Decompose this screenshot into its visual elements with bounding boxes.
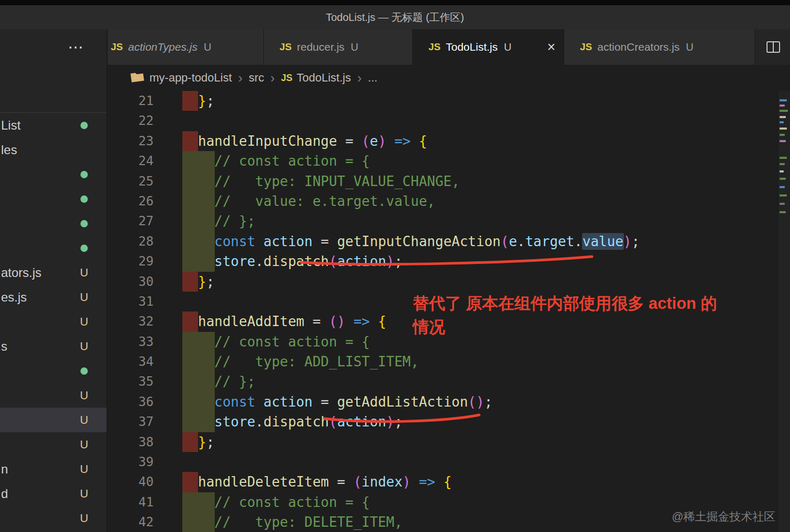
code-line[interactable]: 38};: [108, 432, 777, 452]
sidebar-file-item[interactable]: [0, 187, 107, 211]
sidebar-file-item[interactable]: dU: [0, 481, 107, 506]
sidebar-file-item[interactable]: U: [0, 432, 107, 457]
breadcrumb-label: src: [249, 71, 264, 85]
tab-reducer.js[interactable]: JSreducer.jsU: [264, 29, 413, 65]
line-number: 30: [108, 272, 154, 292]
code-token: ;: [632, 234, 640, 249]
watermark: @稀土掘金技术社区: [672, 509, 775, 525]
gutter-change-block: [182, 412, 215, 432]
code-token: [255, 394, 264, 410]
code-line[interactable]: 40handleDeleteItem = (index) => {: [108, 472, 777, 492]
file-name-fragment: ators.js: [0, 265, 41, 280]
code-line[interactable]: 25 // type: INPUT_VALUE_CHANGE,: [108, 171, 777, 191]
code-line[interactable]: 30};: [108, 272, 777, 292]
minimap-line-mark: [780, 163, 785, 165]
code-text: store.dispatch(action);: [198, 412, 402, 432]
file-name-fragment: s: [0, 339, 7, 353]
code-token: action: [263, 394, 312, 410]
sidebar-file-item[interactable]: U: [0, 408, 107, 432]
code-token: ): [623, 234, 632, 249]
line-number: 23: [108, 131, 154, 151]
sidebar-file-item[interactable]: sU: [0, 334, 107, 358]
tab-actionCreators.js[interactable]: JSactionCreators.jsU: [564, 29, 755, 65]
code-line[interactable]: 39: [108, 452, 777, 472]
code-token: =: [312, 394, 337, 410]
code-line[interactable]: 29 store.dispatch(action);: [108, 251, 777, 271]
code-line[interactable]: 22: [108, 111, 777, 131]
sidebar-file-item[interactable]: es.jsU: [0, 285, 107, 309]
sidebar-file-item[interactable]: [0, 358, 107, 383]
file-name-fragment: n: [0, 462, 8, 476]
code-token: // type: DELETE_ITEM,: [198, 514, 402, 530]
git-status-badge: U: [80, 432, 88, 457]
line-number: 22: [108, 111, 154, 131]
code-token: ): [386, 414, 394, 430]
minimap-line-mark: [780, 157, 787, 159]
code-token: =: [329, 474, 353, 490]
tab-TodoList.js[interactable]: JSTodoList.jsU×: [413, 29, 564, 65]
split-editor-icon[interactable]: [765, 39, 782, 55]
folder-icon: [130, 70, 145, 86]
minimap-line-mark: [780, 121, 784, 123]
code-line[interactable]: 26 // value: e.target.value,: [108, 191, 777, 211]
line-number: 34: [108, 352, 154, 372]
sidebar-file-item[interactable]: [0, 236, 107, 260]
code-line[interactable]: 34 // type: ADD_LIST_ITEM,: [108, 352, 777, 372]
breadcrumb-item-my-app-todoList[interactable]: my-app-todoList: [131, 71, 232, 85]
tab-actionTypes.js[interactable]: JSactionTypes.jsU: [108, 29, 264, 65]
code-token: }: [198, 274, 206, 290]
code-token: e: [370, 133, 378, 149]
minimap-line-mark: [780, 105, 785, 107]
minimap-line-mark: [780, 178, 786, 180]
code-token: value: [583, 234, 623, 249]
gutter-change-block: [182, 91, 198, 111]
git-status-badge: U: [351, 41, 358, 53]
vscode-window: TodoList.js — 无标题 (工作区) ⋯ Listlesators.j…: [0, 0, 790, 532]
modified-dot: [80, 367, 88, 375]
line-number: 40: [108, 472, 154, 492]
sidebar-file-item[interactable]: nU: [0, 457, 107, 481]
code-text: // const action = {: [198, 332, 370, 352]
code-line[interactable]: 28 const action = getInputChangeAction(e…: [108, 232, 777, 251]
line-number: 26: [108, 191, 154, 211]
code-token: =: [305, 314, 329, 329]
minimap[interactable]: [777, 91, 790, 532]
code-line[interactable]: 21};: [108, 91, 777, 111]
breadcrumb-item-...[interactable]: ...: [368, 71, 377, 85]
code-line[interactable]: 24 // const action = {: [108, 151, 777, 171]
code-line[interactable]: 23handleInputChange = (e) => {: [108, 131, 777, 151]
minimap-line-mark: [780, 128, 787, 130]
code-line[interactable]: 36 const action = getAddListAction();: [108, 392, 777, 412]
gutter-change-block: [182, 492, 215, 512]
sidebar-file-item[interactable]: [0, 162, 107, 187]
sidebar-file-item[interactable]: les: [0, 137, 107, 162]
gutter-change-block: [182, 131, 198, 151]
breadcrumb-item-src[interactable]: src: [249, 71, 264, 85]
gutter-change-block: [182, 251, 215, 271]
sidebar-file-item[interactable]: [0, 211, 107, 236]
code-token: // const action = {: [198, 153, 370, 169]
code-token: // const action = {: [198, 494, 370, 510]
close-icon[interactable]: ×: [547, 40, 555, 54]
sidebar-file-item[interactable]: U: [0, 383, 107, 408]
code-line[interactable]: 35 // };: [108, 372, 777, 391]
sidebar-file-item[interactable]: List: [0, 113, 107, 137]
breadcrumb-item-TodoList.js[interactable]: JSTodoList.js: [281, 71, 351, 85]
sidebar-file-item[interactable]: U: [0, 506, 107, 530]
explorer-sidebar: ⋯ Listlesators.jsUes.jsUUsUUUUnUdUU: [0, 29, 107, 532]
sidebar-file-item[interactable]: ators.jsU: [0, 260, 107, 285]
js-file-icon: JS: [428, 41, 440, 53]
code-text: handleDeleteItem = (index) => {: [198, 472, 451, 492]
minimap-line-mark: [780, 203, 785, 205]
gutter-change-block: [182, 232, 215, 251]
sidebar-file-item[interactable]: U: [0, 309, 107, 334]
tab-label: actionCreators.js: [597, 41, 680, 53]
code-token: target: [525, 234, 574, 249]
minimap-line-mark: [780, 140, 786, 142]
more-actions-icon[interactable]: ⋯: [68, 38, 85, 56]
line-number: 38: [108, 432, 154, 452]
code-line[interactable]: 37 store.dispatch(action);: [108, 412, 777, 432]
code-line[interactable]: 27 // };: [108, 211, 777, 231]
code-token: (: [501, 234, 509, 249]
code-token: }: [198, 434, 206, 450]
